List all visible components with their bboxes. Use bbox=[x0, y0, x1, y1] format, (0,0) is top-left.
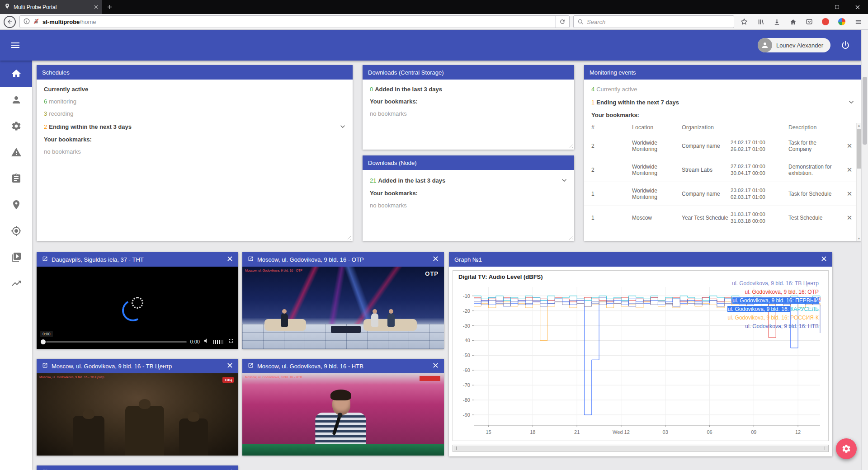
home-icon[interactable] bbox=[787, 15, 799, 28]
new-tab-button[interactable] bbox=[102, 0, 117, 14]
resize-grip[interactable] bbox=[567, 234, 573, 240]
home-icon bbox=[11, 68, 22, 79]
settings-fab[interactable] bbox=[836, 438, 857, 459]
time-display: 0:00 bbox=[190, 339, 200, 344]
bookmark-star-icon[interactable] bbox=[738, 15, 750, 28]
close-icon[interactable] bbox=[821, 256, 827, 263]
legend-item[interactable]: ul. Godovikova, 9 bld. 16: ОТР bbox=[727, 288, 819, 296]
event-description: Test Schedule bbox=[788, 215, 840, 221]
svg-text:21: 21 bbox=[574, 429, 580, 435]
event-close-button[interactable]: ✕ bbox=[841, 167, 858, 173]
chevron-down-icon[interactable] bbox=[847, 98, 856, 107]
chevron-down-icon[interactable] bbox=[338, 122, 347, 131]
logout-button[interactable] bbox=[839, 38, 852, 52]
url-path: /home bbox=[80, 19, 96, 25]
volume-icon[interactable] bbox=[203, 338, 210, 346]
extension-red-icon[interactable] bbox=[819, 15, 832, 28]
sidebar-item-settings[interactable] bbox=[0, 113, 32, 139]
card-title: Downloads (Node) bbox=[368, 160, 569, 166]
browser-search-input[interactable] bbox=[587, 19, 730, 25]
window-close-button[interactable] bbox=[847, 0, 868, 14]
back-button[interactable] bbox=[4, 16, 16, 28]
volume-slider[interactable] bbox=[213, 338, 224, 346]
browser-address-bar: sl-multiprobe/home bbox=[0, 14, 868, 30]
event-close-button[interactable]: ✕ bbox=[841, 215, 858, 221]
user-menu[interactable]: Lounev Alexander bbox=[758, 38, 830, 52]
library-icon[interactable] bbox=[754, 15, 767, 28]
events-scrollbar[interactable]: ▲ ▼ bbox=[856, 123, 861, 241]
sidebar-item-users[interactable] bbox=[0, 87, 32, 113]
event-close-button[interactable]: ✕ bbox=[841, 191, 858, 197]
added-count: 21 bbox=[370, 177, 376, 184]
bookmarks-label: Your bookmarks: bbox=[370, 189, 567, 197]
event-close-button[interactable]: ✕ bbox=[841, 143, 858, 149]
open-in-new-icon[interactable] bbox=[248, 362, 254, 370]
open-in-new-icon[interactable] bbox=[248, 256, 254, 263]
sidebar-item-alerts[interactable] bbox=[0, 139, 32, 165]
tab-close-icon[interactable] bbox=[94, 5, 98, 9]
video-card-header: Moscow, ul. Godovikova, 9 bld. 16 - ТВ Ц… bbox=[37, 359, 238, 373]
window-minimize-button[interactable] bbox=[806, 0, 826, 14]
sidebar-item-video[interactable] bbox=[0, 244, 32, 270]
col-organization: Organization bbox=[682, 124, 729, 131]
fullscreen-icon[interactable] bbox=[228, 338, 234, 346]
legend-item[interactable]: ul. Godovikova, 9 bld. 16: НТВ bbox=[727, 322, 819, 331]
col-description: Description bbox=[788, 124, 840, 131]
browser-tab[interactable]: Multi Probe Portal bbox=[0, 0, 102, 14]
video-card-sts: Daugavpils, Siguldas iela, 37 - СТС bbox=[37, 465, 238, 470]
video-title: Daugavpils, Siguldas iela, 37 - ТНТ bbox=[52, 256, 223, 263]
close-icon[interactable] bbox=[433, 256, 439, 263]
page-info-icon[interactable] bbox=[24, 18, 30, 26]
video-player[interactable]: Moscow, ul. Godovikova, 9 bld. 16 - ОТР … bbox=[242, 267, 444, 349]
sidebar-item-home[interactable] bbox=[0, 61, 32, 87]
col-num: # bbox=[591, 124, 630, 131]
legend-item[interactable]: ul. Godovikova, 9 bld. 16: КАРУСЕЛЬ bbox=[727, 305, 819, 314]
pocket-icon[interactable] bbox=[803, 15, 816, 28]
browser-menu-icon[interactable] bbox=[852, 15, 864, 28]
range-thumb[interactable] bbox=[453, 446, 828, 451]
chevron-down-icon[interactable] bbox=[560, 176, 569, 185]
svg-text:-70: -70 bbox=[463, 382, 470, 388]
close-icon[interactable] bbox=[227, 256, 233, 263]
window-maximize-button[interactable] bbox=[826, 0, 847, 14]
sidebar-item-tasks[interactable] bbox=[0, 165, 32, 192]
resize-grip[interactable] bbox=[346, 234, 351, 240]
url-bar[interactable]: sl-multiprobe/home bbox=[19, 15, 570, 28]
browser-search-field[interactable] bbox=[573, 15, 734, 28]
open-in-new-icon[interactable] bbox=[42, 256, 48, 263]
added-label: Added in the last 3 days bbox=[375, 86, 442, 93]
url-host: sl-multiprobe bbox=[42, 19, 80, 25]
sidebar-item-probes[interactable] bbox=[0, 218, 32, 244]
resize-grip[interactable] bbox=[567, 143, 573, 148]
video-player[interactable]: Moscow, ul. Godovikova, 9 bld. 16 - НТВ bbox=[242, 373, 444, 456]
scrollbar-thumb[interactable] bbox=[857, 129, 861, 169]
extension-colorful-icon[interactable] bbox=[835, 15, 848, 28]
reload-button[interactable] bbox=[555, 16, 569, 28]
insecure-connection-icon[interactable] bbox=[33, 18, 39, 26]
recording-count-line: 3recording bbox=[44, 110, 345, 118]
page-scrollbar-thumb[interactable] bbox=[863, 77, 867, 145]
monitoring-label: monitoring bbox=[49, 98, 76, 105]
video-card-ntv: Moscow, ul. Godovikova, 9 bld. 16 - НТВ … bbox=[242, 359, 444, 456]
chart-range-scrollbar[interactable] bbox=[453, 445, 829, 452]
page-scrollbar[interactable] bbox=[861, 30, 868, 470]
scroll-down-icon[interactable]: ▼ bbox=[857, 236, 861, 241]
menu-toggle-button[interactable] bbox=[9, 39, 22, 52]
seek-handle[interactable] bbox=[41, 339, 46, 344]
video-player[interactable]: Moscow, ul. Godovikova, 9 bld. 16 - ТВ Ц… bbox=[37, 373, 238, 456]
scroll-up-icon[interactable]: ▲ bbox=[857, 123, 861, 128]
video-player[interactable]: 0:00 0:00 bbox=[37, 267, 238, 349]
sidebar-item-locations[interactable] bbox=[0, 192, 32, 218]
close-icon[interactable] bbox=[433, 362, 439, 370]
open-in-new-icon[interactable] bbox=[42, 362, 48, 370]
progress-bar[interactable] bbox=[46, 341, 187, 343]
downloads-icon[interactable] bbox=[770, 15, 783, 28]
multi-probe-portal-app: Lounev Alexander Schedules Currently act… bbox=[0, 30, 861, 470]
legend-item[interactable]: ul. Godovikova, 9 bld. 16: ПЕРВЫЙ bbox=[727, 296, 819, 305]
legend-item[interactable]: ul. Godovikova, 9 bld. 16: РОССИЯ-К bbox=[727, 314, 819, 322]
sidebar-item-graphs[interactable] bbox=[0, 270, 32, 296]
video-title: Moscow, ul. Godovikova, 9 bld. 16 - ТВ Ц… bbox=[52, 363, 223, 370]
legend-item[interactable]: ul. Godovikova, 9 bld. 16: ТВ Центр bbox=[727, 279, 819, 288]
video-card-otr: Moscow, ul. Godovikova, 9 bld. 16 - ОТР … bbox=[242, 252, 444, 349]
close-icon[interactable] bbox=[227, 362, 233, 370]
